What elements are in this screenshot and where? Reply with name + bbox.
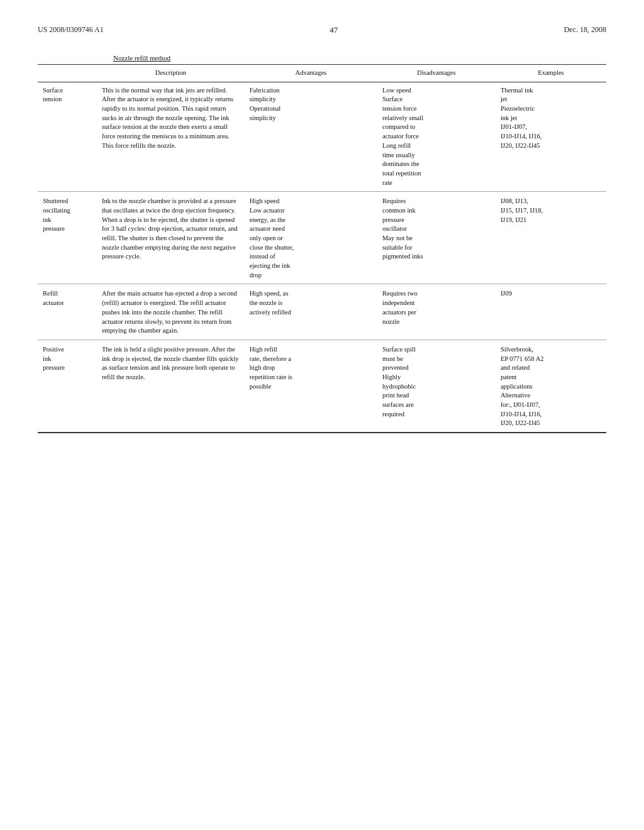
row-examples: Silverbrook, EP 0771 658 A2 and related …: [496, 340, 606, 432]
table-row: Positive ink pressureThe ink is held a s…: [38, 340, 606, 432]
row-examples: IJ09: [496, 284, 606, 340]
row-examples: IJ08, IJ13, IJ15, IJ17, IJ18, IJ19, IJ21: [496, 192, 606, 284]
row-advantages: High speed Low actuator energy, as the a…: [245, 192, 377, 284]
row-label: Refill actuator: [38, 284, 97, 340]
row-advantages: Fabrication simplicity Operational simpl…: [245, 82, 377, 192]
page-header: US 2008/0309746 A1 47 Dec. 18, 2008: [38, 25, 606, 35]
row-description: The ink is held a slight positive pressu…: [97, 340, 245, 432]
table-row: Surface tensionThis is the normal way th…: [38, 82, 606, 192]
row-advantages: High speed, as the nozzle is actively re…: [245, 284, 377, 340]
table-row: Refill actuatorAfter the main actuator h…: [38, 284, 606, 340]
table-header-row: Description Advantages Disadvantages Exa…: [38, 65, 606, 82]
col-label-header: [38, 65, 97, 82]
patent-date: Dec. 18, 2008: [564, 25, 606, 35]
row-advantages: High refill rate, therefore a high drop …: [245, 340, 377, 432]
row-label: Positive ink pressure: [38, 340, 97, 432]
col-examples-header: Examples: [496, 65, 606, 82]
row-disadvantages: Requires two independent actuators per n…: [377, 284, 496, 340]
page-number: 47: [330, 25, 338, 35]
row-label: Surface tension: [38, 82, 97, 192]
row-description: This is the normal way that ink jets are…: [97, 82, 245, 192]
row-label: Shuttered oscillating ink pressure: [38, 192, 97, 284]
nozzle-refill-table: Description Advantages Disadvantages Exa…: [38, 64, 606, 432]
table-row: Shuttered oscillating ink pressureInk to…: [38, 192, 606, 284]
row-description: After the main actuator has ejected a dr…: [97, 284, 245, 340]
row-disadvantages: Low speed Surface tension force relative…: [377, 82, 496, 192]
patent-number: US 2008/0309746 A1: [38, 25, 104, 35]
col-disadvantages-header: Disadvantages: [377, 65, 496, 82]
col-description-header: Description: [97, 65, 245, 82]
row-disadvantages: Surface spill must be prevented Highly h…: [377, 340, 496, 432]
table-title: Nozzle refill method: [38, 54, 606, 62]
table-container: Nozzle refill method Description Advanta…: [38, 54, 606, 433]
row-examples: Thermal ink jet Piezoelectric ink jet IJ…: [496, 82, 606, 192]
row-disadvantages: Requires common ink pressure oscillator …: [377, 192, 496, 284]
col-advantages-header: Advantages: [245, 65, 377, 82]
page-container: US 2008/0309746 A1 47 Dec. 18, 2008 Nozz…: [0, 0, 644, 830]
row-description: Ink to the nozzle chamber is provided at…: [97, 192, 245, 284]
